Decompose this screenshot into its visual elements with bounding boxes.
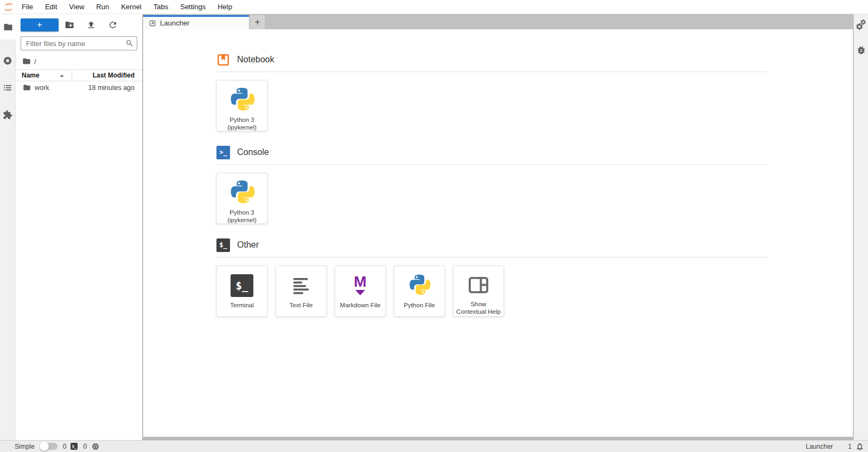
menu-view[interactable]: View — [63, 0, 90, 14]
notification-count: 1 — [848, 443, 852, 450]
terminals-count: 0 — [63, 443, 67, 450]
markdown-icon: M — [354, 276, 366, 295]
right-sidebar — [853, 14, 868, 440]
refresh-icon[interactable] — [108, 20, 118, 30]
file-browser-panel: + / Name Last Modified work — [16, 14, 142, 440]
breadcrumb: / — [16, 54, 142, 69]
menu-help[interactable]: Help — [212, 0, 238, 14]
plus-icon: + — [37, 21, 42, 29]
launcher-card-terminal[interactable]: $_ Terminal — [216, 266, 267, 317]
filter-files-field — [21, 36, 137, 50]
down-arrow-icon — [355, 290, 365, 295]
menu-tabs[interactable]: Tabs — [148, 0, 174, 14]
breadcrumb-root[interactable]: / — [34, 57, 36, 66]
toggle-knob — [40, 442, 49, 451]
jupyter-logo-icon — [2, 1, 16, 13]
folder-icon — [23, 83, 31, 92]
section-notebook: Notebook Python 3 (ipykernel) — [216, 53, 768, 131]
menubar: File Edit View Run Kernel Tabs Settings … — [0, 0, 868, 14]
menu-file[interactable]: File — [16, 0, 39, 14]
card-label: Python File — [402, 302, 437, 309]
launcher-card-show-contextual-help[interactable]: Show Contextual Help — [453, 266, 504, 317]
status-bar: Simple 0 $_ 0 Launcher 1 — [0, 440, 868, 452]
file-name: work — [35, 84, 49, 92]
tab-label: Launcher — [160, 19, 189, 27]
dock-panel: Launcher + Notebook — [142, 14, 853, 440]
section-title: Notebook — [237, 55, 275, 64]
sidebar-tab-running-sessions[interactable] — [0, 47, 15, 74]
search-icon — [125, 39, 134, 48]
context-label[interactable]: Launcher — [806, 443, 833, 450]
section-title: Other — [237, 240, 259, 250]
main-area: + / Name Last Modified work — [0, 14, 868, 440]
menu-run[interactable]: Run — [90, 0, 115, 14]
debugger-icon[interactable] — [856, 45, 866, 55]
launcher-icon — [149, 20, 156, 27]
puzzle-icon — [3, 110, 12, 120]
card-label: Terminal — [228, 302, 255, 309]
file-browser-toolbar: + — [16, 14, 142, 35]
launcher-card-console-python3[interactable]: Python 3 (ipykernel) — [216, 173, 267, 224]
card-label: Python 3 (ipykernel) — [217, 209, 267, 224]
card-label: Show Contextual Help — [454, 301, 503, 316]
file-list-header: Name Last Modified — [16, 69, 142, 81]
column-header-name[interactable]: Name — [16, 70, 72, 81]
inspector-panel-icon — [467, 274, 490, 296]
menu-kernel[interactable]: Kernel — [115, 0, 148, 14]
sort-ascending-icon — [60, 74, 64, 77]
section-title: Console — [237, 147, 269, 157]
sidebar-tab-extension-manager[interactable] — [0, 101, 15, 128]
section-divider — [216, 164, 768, 165]
home-folder-icon[interactable] — [22, 57, 31, 66]
terminal-icon: $_ — [231, 274, 253, 297]
python-logo-icon — [228, 179, 256, 206]
tab-bar: Launcher + — [143, 14, 853, 29]
bell-icon[interactable] — [856, 442, 864, 451]
section-other: $_ Other $_ Terminal — [216, 238, 768, 317]
file-modified: 18 minutes ago — [72, 84, 142, 92]
simple-mode-label: Simple — [15, 443, 35, 450]
launcher-body: Notebook Python 3 (ipykernel) — [143, 29, 853, 437]
card-label: Python 3 (ipykernel) — [217, 117, 267, 132]
terminal-icon: $_ — [216, 238, 230, 252]
menu-settings[interactable]: Settings — [174, 0, 212, 14]
sidebar-tab-file-browser[interactable] — [0, 14, 16, 40]
property-inspector-icon[interactable] — [856, 20, 866, 30]
left-sidebar — [0, 14, 16, 440]
launcher-card-notebook-python3[interactable]: Python 3 (ipykernel) — [216, 80, 267, 131]
tab-launcher[interactable]: Launcher — [143, 15, 249, 29]
column-header-last-modified[interactable]: Last Modified — [72, 72, 142, 79]
left-sidebar-rest — [0, 40, 16, 440]
new-tab-button[interactable]: + — [250, 15, 265, 29]
card-label: Markdown File — [339, 302, 382, 309]
folder-icon — [3, 22, 13, 32]
section-divider — [216, 257, 768, 257]
upload-icon[interactable] — [86, 20, 96, 30]
filter-files-input[interactable] — [21, 36, 137, 50]
console-icon: >_ — [216, 146, 230, 159]
section-console: >_ Console Python 3 (ipykernel) — [216, 145, 768, 224]
text-file-icon — [290, 274, 312, 297]
python-logo-icon — [407, 272, 431, 299]
launcher-card-markdown-file[interactable]: M Markdown File — [335, 266, 386, 317]
terminal-icon[interactable]: $_ — [71, 443, 78, 450]
file-row-work[interactable]: work 18 minutes ago — [16, 81, 142, 94]
python-logo-icon — [228, 87, 256, 114]
new-launcher-button[interactable]: + — [21, 18, 59, 31]
kernels-count: 0 — [83, 443, 87, 450]
table-of-contents-icon — [3, 83, 12, 93]
notebook-icon — [216, 53, 230, 67]
simple-mode-toggle[interactable] — [40, 443, 58, 450]
card-label: Text File — [288, 302, 315, 309]
launcher-card-python-file[interactable]: Python File — [394, 266, 445, 317]
launcher-card-text-file[interactable]: Text File — [276, 266, 327, 317]
kernel-chip-icon[interactable] — [91, 442, 100, 451]
plus-icon: + — [255, 17, 260, 27]
sidebar-tab-table-of-contents[interactable] — [0, 74, 15, 101]
menu-edit[interactable]: Edit — [39, 0, 63, 14]
new-folder-icon[interactable] — [65, 20, 74, 30]
section-divider — [216, 72, 768, 72]
running-sessions-icon — [3, 56, 12, 66]
